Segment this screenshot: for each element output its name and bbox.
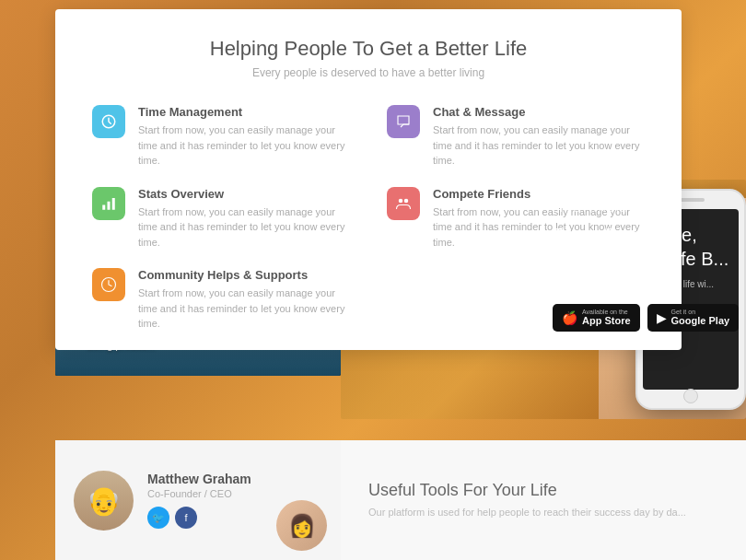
friends-icon bbox=[387, 187, 420, 220]
stats-desc: Start from now, you can easily manage yo… bbox=[138, 204, 350, 251]
feature-time-management: Time Management Start from now, you can … bbox=[92, 105, 350, 169]
time-management-title: Time Management bbox=[138, 105, 350, 119]
svg-rect-2 bbox=[108, 201, 111, 209]
member-title: Co-Founder / CEO bbox=[147, 488, 322, 499]
twitter-button[interactable]: 🐦 bbox=[147, 507, 169, 529]
page-title: Helping People To Get a Better Life bbox=[92, 37, 645, 61]
tools-subtitle: Our platform is used for help people to … bbox=[368, 506, 718, 519]
chat-title: Chat & Message bbox=[433, 105, 645, 119]
community-icon bbox=[92, 268, 125, 301]
svg-rect-3 bbox=[112, 198, 115, 210]
google-play-label: Google Play bbox=[671, 315, 730, 327]
play-icon: ▶ bbox=[657, 310, 667, 325]
stats-icon bbox=[92, 187, 125, 220]
avatar-face: 👴 bbox=[74, 471, 134, 531]
svg-point-4 bbox=[399, 198, 403, 203]
facebook-button[interactable]: f bbox=[175, 507, 197, 529]
tools-section: Useful Tools For Your Life Our platform … bbox=[341, 440, 746, 560]
svg-rect-1 bbox=[102, 204, 105, 209]
time-management-icon bbox=[92, 105, 125, 138]
app-store-small-text: Available on the bbox=[582, 309, 631, 315]
avatar-second: 👩 bbox=[276, 500, 327, 551]
community-text: Community Helps & Supports Start from no… bbox=[138, 268, 350, 332]
google-play-small-text: Get it on bbox=[671, 309, 730, 315]
brand-name: LIFETRACKR bbox=[553, 203, 746, 214]
time-management-text: Time Management Start from now, you can … bbox=[138, 105, 350, 169]
page-subtitle: Every people is deserved to have a bette… bbox=[92, 66, 645, 79]
phone-home-button bbox=[683, 389, 698, 403]
chat-icon bbox=[387, 105, 420, 138]
app-store-buttons: 🍎 Available on the App Store ▶ Get it on… bbox=[553, 304, 746, 332]
community-title: Community Helps & Supports bbox=[138, 268, 350, 282]
twitter-icon: 🐦 bbox=[152, 512, 165, 524]
member-name: Matthew Graham bbox=[147, 472, 322, 486]
hero-subtext: Let you track everything in your life wi… bbox=[553, 278, 746, 291]
hero-text-panel: LIFETRACKR Being Productive, Manage Your… bbox=[553, 203, 746, 332]
svg-point-5 bbox=[404, 198, 409, 203]
feature-community: Community Helps & Supports Start from no… bbox=[92, 268, 350, 332]
apple-icon: 🍎 bbox=[562, 310, 577, 325]
avatar-second-image: 👩 bbox=[288, 513, 316, 539]
facebook-icon: f bbox=[184, 512, 187, 523]
time-management-desc: Start from now, you can easily manage yo… bbox=[138, 122, 350, 169]
compete-title: Compete Friends bbox=[433, 187, 645, 201]
tools-title: Useful Tools For Your Life bbox=[368, 481, 718, 500]
community-desc: Start from now, you can easily manage yo… bbox=[138, 286, 350, 332]
stats-title: Stats Overview bbox=[138, 187, 350, 201]
feature-chat-message: Chat & Message Start from now, you can e… bbox=[387, 105, 645, 169]
feature-stats-overview: Stats Overview Start from now, you can e… bbox=[92, 187, 350, 251]
google-play-button[interactable]: ▶ Get it on Google Play bbox=[647, 304, 740, 332]
avatar-matthew: 👴 bbox=[74, 471, 134, 531]
chat-message-text: Chat & Message Start from now, you can e… bbox=[433, 105, 645, 169]
chat-desc: Start from now, you can easily manage yo… bbox=[433, 122, 645, 169]
app-store-button[interactable]: 🍎 Available on the App Store bbox=[553, 304, 640, 332]
hero-headline: Being Productive, Manage Your Life B... bbox=[553, 223, 746, 271]
app-store-label: App Store bbox=[582, 315, 631, 327]
stats-text: Stats Overview Start from now, you can e… bbox=[138, 187, 350, 251]
